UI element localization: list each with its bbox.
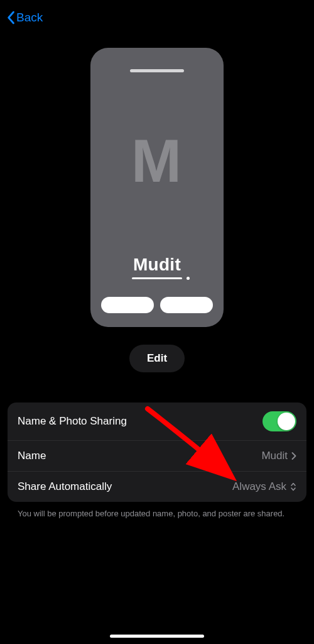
chevron-up-down-icon	[290, 482, 296, 492]
settings-group: Name & Photo Sharing Name Mudit Share Au…	[8, 402, 306, 502]
footer-note: You will be prompted before updated name…	[18, 508, 296, 519]
name-value: Mudit	[261, 450, 288, 462]
share-auto-label: Share Automatically	[18, 480, 112, 493]
back-button[interactable]: Back	[6, 11, 43, 25]
poster-name: Mudit	[133, 255, 181, 275]
row-name-photo-sharing: Name & Photo Sharing	[8, 402, 306, 441]
sharing-toggle[interactable]	[263, 411, 296, 431]
chevron-right-icon	[291, 452, 296, 460]
back-label: Back	[16, 11, 43, 25]
name-label: Name	[18, 450, 46, 462]
contact-poster-preview[interactable]: M Mudit	[90, 48, 224, 327]
row-share-automatically[interactable]: Share Automatically Always Ask	[8, 472, 306, 502]
row-name[interactable]: Name Mudit	[8, 441, 306, 472]
sharing-label: Name & Photo Sharing	[18, 415, 127, 428]
chevron-left-icon	[6, 11, 15, 25]
poster-monogram: M	[131, 67, 183, 255]
edit-button[interactable]: Edit	[129, 345, 185, 372]
share-auto-value: Always Ask	[232, 480, 286, 493]
home-indicator[interactable]	[110, 635, 204, 638]
poster-underline	[132, 277, 182, 279]
poster-action-placeholders	[101, 297, 213, 313]
